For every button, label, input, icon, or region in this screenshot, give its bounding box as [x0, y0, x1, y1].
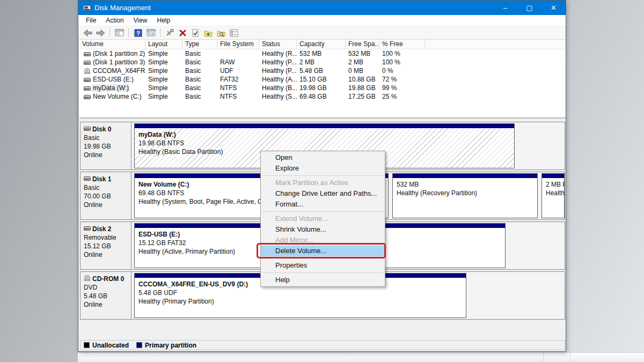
column-header-free-spa---[interactable]: Free Spa...	[346, 40, 379, 49]
volume-row[interactable]: (Disk 1 partition 3)SimpleBasicRAWHealth…	[79, 58, 566, 67]
toolbar-separator	[128, 28, 129, 37]
titlebar: Disk Management – ▢ ✕	[78, 1, 566, 15]
check-document-icon[interactable]	[191, 28, 200, 37]
column-header-status[interactable]: Status	[259, 40, 297, 49]
column-header-file-system[interactable]: File System	[217, 40, 259, 49]
menu-item-properties[interactable]: Properties	[261, 260, 385, 271]
menubar-item-help[interactable]: Help	[152, 15, 175, 26]
volume-cell: 69.48 GB	[297, 93, 346, 100]
disk-drive-icon	[84, 175, 91, 183]
volume-cell: RAW	[217, 58, 259, 66]
volume-cell: Healthy (A...	[259, 76, 297, 83]
volume-cell: 15.10 GB	[297, 76, 346, 83]
volume-name-text: (Disk 1 partition 3)	[93, 58, 145, 66]
disk-attribute: 5.48 GB	[84, 292, 129, 300]
volume-list-header: VolumeLayoutTypeFile SystemStatusCapacit…	[79, 40, 566, 49]
volume-cell: FAT32	[217, 76, 259, 83]
disk-attribute: 15.12 GB	[84, 242, 129, 250]
properties-icon[interactable]	[229, 28, 239, 37]
legend-swatch	[84, 342, 90, 348]
help-icon[interactable]: ?	[133, 28, 143, 37]
partition-info: 532 MBHealthy (Recovery Partition)	[393, 179, 537, 218]
volume-row[interactable]: (Disk 1 partition 2)SimpleBasicHealthy (…	[79, 49, 566, 58]
disk-attribute: Online	[84, 250, 129, 259]
volume-cell: 17.25 GB	[346, 93, 379, 100]
disk-label[interactable]: Disk 1Basic70.00 GBOnline	[80, 172, 131, 219]
volume-cell: Basic	[182, 58, 217, 66]
volume-row[interactable]: CCCOMA_X64FRE...SimpleBasicUDFHealthy (P…	[79, 67, 566, 75]
disk-label[interactable]: Disk 0Basic19.98 GBOnline	[80, 122, 131, 169]
volume-list-rows: (Disk 1 partition 2)SimpleBasicHealthy (…	[79, 49, 566, 101]
menu-item-delete-volume[interactable]: Delete Volume...	[261, 246, 385, 256]
console-tree-icon[interactable]	[146, 28, 156, 37]
partition-detail: 5.48 GB UDF	[138, 289, 466, 297]
taskbar-divider	[543, 353, 544, 362]
delete-x-icon[interactable]	[178, 28, 187, 37]
volume-cell: Simple	[145, 50, 182, 57]
menu-item-help[interactable]: Help	[261, 275, 385, 285]
partition-info: 2 MB RHealth	[542, 179, 564, 218]
legend-label: Unallocated	[92, 342, 129, 349]
folder-search-icon[interactable]	[216, 28, 226, 37]
disk-name: Disk 2	[84, 225, 129, 233]
disk-attribute: 70.00 GB	[84, 192, 129, 201]
column-header-type[interactable]: Type	[182, 40, 217, 49]
window-title: Disk Management	[94, 4, 151, 12]
column-header-filler	[425, 40, 565, 49]
forward-icon[interactable]	[96, 28, 105, 37]
primary-partition-stripe	[393, 174, 537, 179]
folder-up-icon[interactable]	[203, 28, 213, 37]
partition-title: 532 MB	[397, 180, 537, 189]
menu-separator	[262, 175, 384, 176]
column-header-layout[interactable]: Layout	[145, 40, 182, 49]
primary-partition-stripe	[542, 174, 564, 179]
volume-cell: 10.88 GB	[346, 76, 379, 83]
close-button[interactable]: ✕	[541, 1, 566, 15]
volume-row[interactable]: ESD-USB (E:)SimpleBasicFAT32Healthy (A..…	[79, 75, 566, 84]
column-header-capacity[interactable]: Capacity	[297, 40, 346, 49]
disk-name: Disk 1	[84, 175, 129, 183]
disk-attribute: Online	[84, 151, 129, 159]
volume-name-text: (Disk 1 partition 2)	[93, 50, 145, 57]
partition-box[interactable]: 2 MB RHealth	[541, 173, 565, 218]
menubar-item-view[interactable]: View	[129, 15, 152, 26]
volume-cell: Healthy (B...	[259, 84, 297, 92]
menubar-item-file[interactable]: File	[81, 15, 101, 26]
volume-cell: 99 %	[379, 84, 425, 92]
taskbar-divider	[570, 353, 570, 362]
toolbar: ?	[78, 26, 566, 40]
volume-cell: Healthy (R...	[259, 50, 297, 57]
menu-item-explore[interactable]: Explore	[261, 163, 385, 174]
menu-item-shrink-volume[interactable]: Shrink Volume...	[261, 224, 385, 235]
tools-icon[interactable]	[165, 28, 174, 37]
menubar-item-action[interactable]: Action	[101, 15, 128, 26]
volume-name-cell: CCCOMA_X64FRE...	[79, 67, 145, 75]
volume-cell: Basic	[182, 50, 217, 57]
disk-label[interactable]: CD-ROM 0DVD5.48 GBOnline	[80, 272, 131, 319]
volume-row[interactable]: myData (W:)SimpleBasicNTFSHealthy (B...1…	[79, 84, 566, 92]
volume-cell: 2 MB	[346, 58, 379, 66]
volume-name-text: CCCOMA_X64FRE...	[93, 67, 145, 75]
menu-separator	[262, 272, 384, 273]
partition-box[interactable]: 532 MBHealthy (Recovery Partition)	[392, 173, 538, 218]
disk-name: Disk 0	[84, 125, 129, 134]
volume-cell: Basic	[182, 67, 217, 75]
partition-title: 2 MB R	[546, 180, 564, 189]
disk-name: CD-ROM 0	[84, 275, 129, 283]
volume-row[interactable]: New Volume (C:)SimpleBasicNTFSHealthy (S…	[79, 92, 566, 101]
disk-label[interactable]: Disk 2Removable15.12 GBOnline	[80, 222, 131, 269]
disk-drive-icon	[84, 51, 91, 57]
menu-item-change-drive-letter-and-paths[interactable]: Change Drive Letter and Paths...	[261, 188, 385, 199]
disk-attribute: Removable	[84, 233, 129, 242]
maximize-button[interactable]: ▢	[517, 1, 541, 15]
minimize-button[interactable]: –	[493, 1, 517, 15]
back-icon[interactable]	[83, 28, 92, 37]
volume-cell: 532 MB	[297, 50, 346, 57]
console-window-icon[interactable]	[114, 28, 124, 37]
column-header-volume[interactable]: Volume	[79, 40, 145, 49]
volume-list-pane: VolumeLayoutTypeFile SystemStatusCapacit…	[79, 40, 566, 119]
menu-item-open[interactable]: Open	[261, 152, 385, 163]
legend-label: Primary partition	[145, 342, 196, 349]
menu-item-format[interactable]: Format...	[261, 199, 385, 210]
column-header---free[interactable]: % Free	[379, 40, 425, 49]
